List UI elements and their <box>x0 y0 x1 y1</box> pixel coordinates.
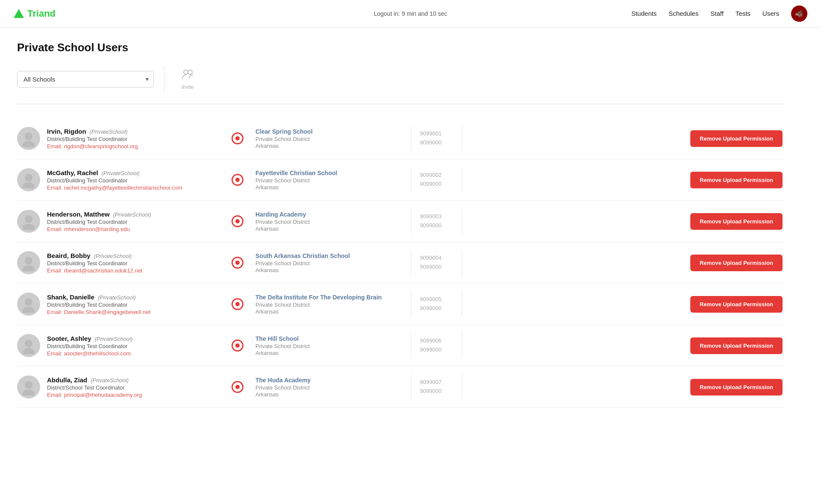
user-name-row: Sooter, Ashley (PrivateSchool) <box>47 335 226 342</box>
school-district: Private School District <box>255 219 404 225</box>
action-col: Remove Upload Permission <box>462 337 786 354</box>
invite-icon <box>182 68 194 82</box>
school-codes: 9099002 9099000 <box>411 167 462 193</box>
action-col: Remove Upload Permission <box>462 172 786 188</box>
table-row: Henderson, Matthew (PrivateSchool) Distr… <box>17 201 786 242</box>
remove-upload-permission-button[interactable]: Remove Upload Permission <box>690 172 783 188</box>
user-info: Abdulla, Ziad (PrivateSchool) District/S… <box>47 376 226 398</box>
user-name: Henderson, Matthew <box>47 211 110 218</box>
school-state: Arkansas <box>255 308 404 315</box>
user-name: Beaird, Bobby <box>47 252 91 259</box>
user-email-link[interactable]: rachel.mcgathy@fayettevillechristianscho… <box>64 185 182 191</box>
user-info: Shank, Danielle (PrivateSchool) District… <box>47 293 226 315</box>
school-district: Private School District <box>255 384 404 391</box>
svg-point-3 <box>188 70 192 74</box>
svg-point-5 <box>23 141 35 147</box>
school-code-1: 9099005 <box>420 295 453 304</box>
user-name: Shank, Danielle <box>47 293 94 301</box>
school-name: Harding Academy <box>255 211 404 218</box>
school-district: Private School District <box>255 260 404 267</box>
nav-item-staff[interactable]: Staff <box>710 10 724 17</box>
svg-point-11 <box>23 265 35 271</box>
user-email-link[interactable]: rbeaird@sachristian.eduk12.net <box>64 267 143 274</box>
upload-permission-icon-col <box>226 298 249 310</box>
user-role: District/Building Test Coordinator <box>47 343 226 349</box>
upload-permission-icon <box>232 381 243 393</box>
table-row: Abdulla, Ziad (PrivateSchool) District/S… <box>17 366 786 408</box>
svg-point-17 <box>23 390 35 396</box>
user-role: District/School Test Coordinator <box>47 384 226 391</box>
upload-permission-icon-col <box>226 381 249 393</box>
school-district: Private School District <box>255 136 404 142</box>
svg-point-8 <box>25 215 32 223</box>
user-email-link[interactable]: rigdon@clearspringschool.org <box>64 143 138 149</box>
user-email-link[interactable]: Danielle.Shank@engagebewell.net <box>64 309 151 315</box>
user-name-row: Beaird, Bobby (PrivateSchool) <box>47 252 226 259</box>
remove-upload-permission-button[interactable]: Remove Upload Permission <box>690 130 783 147</box>
school-info: The Hill School Private School District … <box>249 335 411 356</box>
school-code-2: 9099000 <box>420 304 453 313</box>
remove-upload-permission-button[interactable]: Remove Upload Permission <box>690 255 783 271</box>
user-email: Email: rbeaird@sachristian.eduk12.net <box>47 267 226 274</box>
school-info: The Huda Academy Private School District… <box>249 377 411 398</box>
nav-item-students[interactable]: Students <box>631 10 657 17</box>
school-code-1: 9099006 <box>420 337 453 346</box>
user-role: District/Building Test Coordinator <box>47 136 226 142</box>
school-info: Clear Spring School Private School Distr… <box>249 128 411 149</box>
school-state: Arkansas <box>255 226 404 232</box>
action-col: Remove Upload Permission <box>462 379 786 396</box>
school-codes: 9099004 9099000 <box>411 250 462 275</box>
logo[interactable]: Triand <box>14 8 56 19</box>
school-name: Fayetteville Christian School <box>255 170 404 176</box>
user-list: Irvin, Rigdon (PrivateSchool) District/B… <box>17 118 786 408</box>
school-code-2: 9099000 <box>420 263 453 272</box>
nav-item-tests[interactable]: Tests <box>736 10 751 17</box>
user-email-link[interactable]: asooter@thehillschool.com <box>64 350 131 357</box>
school-code-1: 9099001 <box>420 129 453 138</box>
svg-point-16 <box>25 381 32 389</box>
user-name: Sooter, Ashley <box>47 335 91 342</box>
remove-upload-permission-button[interactable]: Remove Upload Permission <box>690 213 783 230</box>
school-name: The Delta Institute For The Developing B… <box>255 294 404 301</box>
school-codes: 9099005 9099000 <box>411 291 462 317</box>
user-type: (PrivateSchool) <box>98 294 136 301</box>
school-codes: 9099003 9099000 <box>411 208 462 234</box>
upload-permission-dot <box>235 343 240 348</box>
remove-upload-permission-button[interactable]: Remove Upload Permission <box>690 296 783 313</box>
school-select[interactable]: All Schools <box>17 71 154 88</box>
remove-upload-permission-button[interactable]: Remove Upload Permission <box>690 379 783 396</box>
user-info: Irvin, Rigdon (PrivateSchool) District/B… <box>47 128 226 149</box>
user-avatar[interactable]: 🐗 <box>791 6 807 22</box>
invite-button[interactable]: Invite <box>175 64 201 94</box>
user-email: Email: rachel.mcgathy@fayettevillechrist… <box>47 185 226 191</box>
upload-permission-dot <box>235 219 240 223</box>
upload-permission-icon <box>232 215 243 227</box>
avatar <box>17 293 40 316</box>
remove-upload-permission-button[interactable]: Remove Upload Permission <box>690 337 783 354</box>
svg-point-4 <box>25 132 32 140</box>
svg-point-14 <box>25 340 32 347</box>
user-email-link[interactable]: principal@thehudaacademy.org <box>64 392 142 398</box>
school-district: Private School District <box>255 343 404 349</box>
avatar <box>17 251 40 274</box>
user-email-link[interactable]: mhenderson@harding.edu <box>64 226 130 232</box>
upload-permission-icon <box>232 298 243 310</box>
svg-point-9 <box>23 224 35 230</box>
user-email: Email: rigdon@clearspringschool.org <box>47 143 226 149</box>
school-code-1: 9099007 <box>420 378 453 387</box>
logo-triangle-icon <box>14 9 24 18</box>
user-email: Email: asooter@thehillschool.com <box>47 350 226 357</box>
nav-item-users[interactable]: Users <box>762 10 779 17</box>
nav-item-schedules[interactable]: Schedules <box>669 10 698 17</box>
school-code-1: 9099002 <box>420 171 453 180</box>
user-info: Beaird, Bobby (PrivateSchool) District/B… <box>47 252 226 274</box>
school-name: Clear Spring School <box>255 128 404 135</box>
user-role: District/Building Test Coordinator <box>47 302 226 308</box>
avatar <box>17 334 40 357</box>
table-row: Sooter, Ashley (PrivateSchool) District/… <box>17 325 786 366</box>
svg-text:🐗: 🐗 <box>795 10 803 18</box>
upload-permission-dot <box>235 385 240 389</box>
page-title: Private School Users <box>17 41 786 54</box>
svg-point-7 <box>23 182 35 188</box>
school-district: Private School District <box>255 177 404 184</box>
